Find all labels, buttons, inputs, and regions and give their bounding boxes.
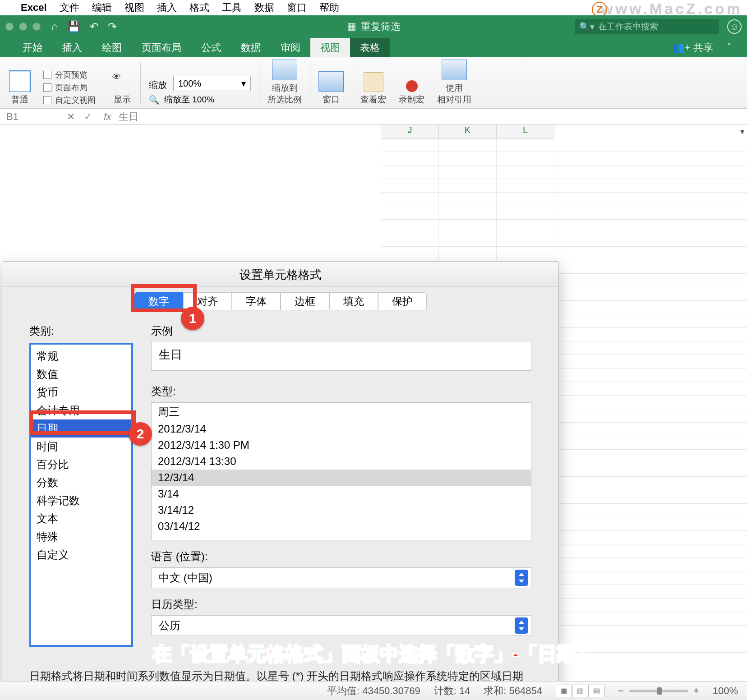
tab-review[interactable]: 审阅 xyxy=(271,38,310,57)
menubar-app[interactable]: Excel xyxy=(21,2,47,14)
traffic-lights[interactable] xyxy=(5,23,41,31)
menu-data[interactable]: 数据 xyxy=(254,1,274,14)
tab-layout[interactable]: 页面布局 xyxy=(132,38,191,57)
share-button[interactable]: 👥+ 共享 xyxy=(673,41,713,55)
menu-file[interactable]: 文件 xyxy=(60,1,79,14)
menu-window[interactable]: 窗口 xyxy=(287,1,307,14)
tab-view[interactable]: 视图 xyxy=(310,38,350,57)
type-item[interactable]: 2012/3/14 xyxy=(152,421,531,437)
tab-formula[interactable]: 公式 xyxy=(191,38,231,57)
category-item[interactable]: 时间 xyxy=(31,438,131,456)
sheet-search[interactable]: 🔍▾ 在工作表中搜索 xyxy=(575,19,719,34)
menu-tools[interactable]: 工具 xyxy=(222,1,242,14)
format-cells-dialog: 设置单元格格式 数字 对齐 字体 边框 填充 保护 1 2 类别: 常规数值货币… xyxy=(2,261,559,700)
menu-view[interactable]: 视图 xyxy=(124,1,144,14)
formula-value[interactable]: 生日 xyxy=(119,110,138,124)
zoom-selection-icon xyxy=(272,60,297,80)
category-item[interactable]: 会计专用 xyxy=(31,401,131,419)
view-page-layout[interactable]: 页面布局 xyxy=(43,82,96,93)
menu-help[interactable]: 帮助 xyxy=(319,1,339,14)
fx-icon[interactable]: fx xyxy=(104,111,111,123)
view-macros-button[interactable]: 查看宏 xyxy=(360,72,386,106)
type-item[interactable]: 2012/3/14 13:30 xyxy=(152,453,531,470)
zoom-in-icon[interactable]: + xyxy=(693,685,699,697)
category-item[interactable]: 自定义 xyxy=(31,546,131,564)
dialog-tab-protection[interactable]: 保护 xyxy=(378,292,427,310)
tab-insert[interactable]: 插入 xyxy=(52,38,92,57)
show-group[interactable]: 👁 显示 xyxy=(112,72,132,106)
category-list[interactable]: 常规数值货币会计专用日期时间百分比分数科学记数文本特殊自定义 xyxy=(29,343,133,647)
dialog-tab-fill[interactable]: 填充 xyxy=(329,292,378,310)
tab-draw[interactable]: 绘图 xyxy=(92,38,132,57)
view-page-break[interactable]: 分页预览 xyxy=(43,69,96,80)
ribbon-tabs: 开始 插入 绘图 页面布局 公式 数据 审阅 视图 表格 👥+ 共享 ˄ xyxy=(0,38,747,57)
view-mode-switcher[interactable]: ▦▥▤ xyxy=(556,685,604,697)
cancel-formula-icon[interactable]: ✕ xyxy=(67,111,75,123)
category-item[interactable]: 分数 xyxy=(31,474,131,492)
spreadsheet-grid[interactable]: ▾ J K L 设置单元格格式 数字 对齐 字体 边框 填充 保护 1 2 类别… xyxy=(0,125,747,671)
type-item[interactable]: 3/14 xyxy=(152,486,531,502)
redo-icon[interactable]: ↷ xyxy=(108,20,117,33)
type-item[interactable]: 周三 xyxy=(152,403,531,421)
tab-data[interactable]: 数据 xyxy=(231,38,271,57)
view-normal-button[interactable]: 普通 xyxy=(9,70,31,106)
zoom-combo[interactable]: 100%▾ xyxy=(173,76,251,91)
category-item[interactable]: 科学记数 xyxy=(31,492,131,510)
dialog-tab-alignment[interactable]: 对齐 xyxy=(183,292,232,310)
menu-edit[interactable]: 编辑 xyxy=(92,1,112,14)
category-item[interactable]: 特殊 xyxy=(31,528,131,546)
zoom-out-icon[interactable]: − xyxy=(618,685,624,697)
collapse-ribbon-icon[interactable]: ˄ xyxy=(727,42,732,54)
category-item[interactable]: 货币 xyxy=(31,383,131,401)
undo-icon[interactable]: ↶ xyxy=(90,20,99,33)
window-group-button[interactable]: 窗口 xyxy=(318,71,344,106)
dialog-tab-font[interactable]: 字体 xyxy=(232,292,281,310)
col-header: L xyxy=(497,125,554,138)
locale-label: 语言 (位置): xyxy=(151,549,531,564)
document-title: 重复筛选 xyxy=(361,20,401,33)
menu-insert[interactable]: 插入 xyxy=(157,1,177,14)
tab-home[interactable]: 开始 xyxy=(13,38,52,57)
formula-bar: B1 ✕ ✓ fx 生日 xyxy=(0,109,747,125)
calendar-combo[interactable]: 公历 xyxy=(151,615,531,636)
zoom-slider[interactable]: − + xyxy=(618,685,699,697)
dialog-tabs: 数字 对齐 字体 边框 填充 保护 xyxy=(2,292,558,310)
tab-table[interactable]: 表格 xyxy=(350,38,390,57)
doc-icon: ▦ xyxy=(347,21,356,32)
home-icon[interactable]: ⌂ xyxy=(51,20,58,33)
zoom-selection-button[interactable]: 缩放到 所选比例 xyxy=(267,60,302,106)
calendar-label: 日历类型: xyxy=(151,597,531,612)
relative-ref-button[interactable]: 使用 相对引用 xyxy=(437,60,471,106)
type-item[interactable]: 12/3/14 xyxy=(152,470,531,486)
category-item[interactable]: 文本 xyxy=(31,510,131,528)
status-count: 计数: 14 xyxy=(434,684,470,698)
locale-combo[interactable]: 中文 (中国) xyxy=(151,567,531,588)
ribbon: 普通 分页预览 页面布局 自定义视图 👁 显示 缩放 100%▾ 🔍缩放至 10… xyxy=(0,57,747,109)
zoom-percent[interactable]: 100% xyxy=(713,685,738,697)
col-header: K xyxy=(439,125,497,138)
dialog-tab-number[interactable]: 数字 xyxy=(134,292,183,310)
category-item[interactable]: 常规 xyxy=(31,347,131,365)
category-item[interactable]: 数值 xyxy=(31,365,131,383)
type-list[interactable]: 周三2012/3/142012/3/14 1:30 PM2012/3/14 13… xyxy=(151,402,531,540)
zoom-100-button[interactable]: 🔍缩放至 100% xyxy=(149,94,214,106)
macro-scroll-icon xyxy=(364,72,383,92)
confirm-formula-icon[interactable]: ✓ xyxy=(84,111,92,123)
view-custom[interactable]: 自定义视图 xyxy=(43,95,96,106)
name-box[interactable]: B1 xyxy=(4,111,62,123)
type-item[interactable]: 3/14/12 xyxy=(152,502,531,518)
category-item[interactable]: 百分比 xyxy=(31,456,131,474)
category-item[interactable]: 日期 xyxy=(31,419,131,438)
type-item[interactable]: 2012/3/14 1:30 PM xyxy=(152,437,531,453)
dialog-tab-border[interactable]: 边框 xyxy=(281,292,329,310)
record-icon xyxy=(406,80,418,92)
record-macro-button[interactable]: 录制宏 xyxy=(399,80,424,106)
sample-label: 示例 xyxy=(151,324,531,338)
save-icon[interactable]: 💾 xyxy=(67,20,81,33)
column-dropdown-icon[interactable]: ▾ xyxy=(740,127,744,137)
feedback-icon[interactable]: ☺ xyxy=(727,19,742,34)
column-headers[interactable]: J K L xyxy=(381,125,554,138)
menu-format[interactable]: 格式 xyxy=(189,1,209,14)
sample-value: 生日 xyxy=(151,342,531,371)
type-item[interactable]: 03/14/12 xyxy=(152,518,531,534)
